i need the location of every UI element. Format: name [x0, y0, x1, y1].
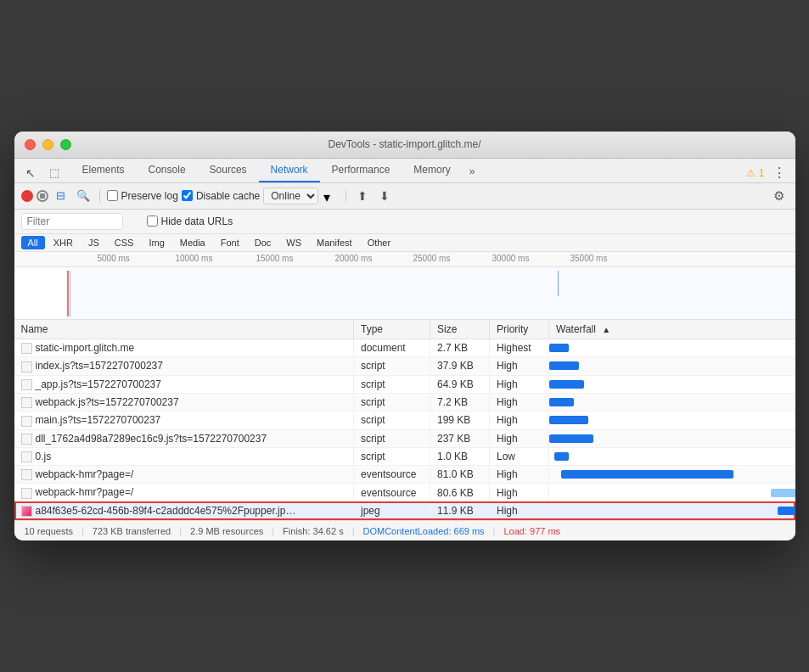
table-row[interactable]: dll_1762a4d98a7289ec16c9.js?ts=157227070… — [14, 429, 795, 447]
table-row[interactable]: webpack-hmr?page=/eventsource81.0 KBHigh — [14, 466, 795, 484]
cell-size: 237 KB — [430, 429, 490, 447]
cell-waterfall — [549, 375, 795, 393]
network-table: Name Type Size Priority Waterfall ▲ stat… — [14, 320, 795, 520]
waterfall-bar — [549, 361, 579, 370]
col-name[interactable]: Name — [14, 320, 354, 339]
settings-icon[interactable]: ⚙ — [770, 187, 789, 205]
filter-xhr[interactable]: XHR — [47, 236, 80, 249]
tab-memory[interactable]: Memory — [402, 159, 462, 182]
filter-font[interactable]: Font — [214, 236, 246, 249]
table-row[interactable]: index.js?ts=1572270700237script37.9 KBHi… — [14, 357, 795, 375]
requests-count: 10 requests — [25, 526, 73, 536]
divider-2 — [346, 189, 346, 203]
hide-data-urls-checkbox[interactable] — [147, 216, 158, 227]
cell-name: index.js?ts=1572270700237 — [14, 357, 354, 375]
cell-type: script — [354, 375, 430, 393]
hide-data-urls-label[interactable]: Hide data URLs — [147, 216, 233, 227]
tab-console[interactable]: Console — [137, 159, 198, 182]
preserve-log-checkbox-label[interactable]: Preserve log — [107, 190, 178, 202]
table-row[interactable]: main.js?ts=1572270700237script199 KBHigh — [14, 412, 795, 429]
load-time: Load: 977 ms — [503, 526, 560, 536]
tick-15000: 15000 ms — [256, 254, 294, 263]
cell-priority: High — [490, 375, 549, 393]
tick-30000: 30000 ms — [492, 254, 530, 263]
col-waterfall[interactable]: Waterfall ▲ — [549, 320, 795, 339]
col-priority[interactable]: Priority — [490, 320, 549, 339]
preserve-log-checkbox[interactable] — [107, 190, 118, 201]
tab-network[interactable]: Network — [259, 159, 320, 182]
stop-button[interactable] — [37, 190, 48, 202]
filter-media[interactable]: Media — [173, 236, 212, 249]
cell-size: 80.6 KB — [430, 484, 490, 501]
filter-img[interactable]: Img — [142, 236, 171, 249]
minimize-button[interactable] — [42, 139, 53, 150]
cell-priority: High — [490, 412, 549, 429]
cell-waterfall — [549, 501, 795, 519]
file-icon — [21, 469, 32, 480]
import-icon[interactable]: ⬆ — [353, 187, 372, 205]
filter-manifest[interactable]: Manifest — [310, 236, 359, 249]
cell-name: 0.js — [14, 447, 354, 465]
col-type[interactable]: Type — [354, 320, 430, 339]
filter-doc[interactable]: Doc — [248, 236, 278, 249]
cell-waterfall — [549, 339, 795, 356]
filter-all[interactable]: All — [21, 236, 45, 249]
cell-name-text: webpack-hmr?page=/ — [36, 486, 134, 498]
cell-name-text: static-import.glitch.me — [36, 342, 135, 354]
cell-waterfall — [549, 357, 795, 375]
close-button[interactable] — [25, 139, 36, 150]
throttle-select[interactable]: Online — [263, 188, 318, 204]
cell-priority: Highest — [490, 339, 549, 356]
title-bar: DevTools - static-import.glitch.me/ — [14, 132, 795, 159]
cell-priority: Low — [490, 447, 549, 465]
col-size[interactable]: Size — [430, 320, 490, 339]
tick-20000: 20000 ms — [335, 254, 373, 263]
search-icon[interactable]: 🔍 — [74, 187, 93, 205]
filter-js[interactable]: JS — [81, 236, 106, 249]
inspect-icon[interactable]: ⬚ — [45, 164, 64, 182]
warning-icon: ⚠ — [746, 167, 756, 179]
cell-type: script — [354, 357, 430, 375]
filter-ws[interactable]: WS — [279, 236, 308, 249]
cursor-icon[interactable]: ↖ — [21, 164, 40, 182]
filter-type-bar: All XHR JS CSS Img Media Font Doc WS Man… — [14, 234, 795, 252]
record-button[interactable] — [21, 190, 33, 202]
tick-35000: 35000 ms — [570, 254, 608, 263]
disable-cache-checkbox[interactable] — [182, 190, 193, 201]
file-icon — [21, 506, 32, 517]
filter-other[interactable]: Other — [361, 236, 398, 249]
disable-cache-checkbox-label[interactable]: Disable cache — [182, 190, 260, 202]
timeline-highlight — [65, 267, 795, 320]
cell-name-text: 0.js — [36, 451, 52, 462]
cell-waterfall — [549, 484, 795, 501]
more-tabs-button[interactable]: » — [463, 160, 482, 182]
cell-priority: High — [490, 501, 549, 519]
table-row[interactable]: webpack-hmr?page=/eventsource80.6 KBHigh — [14, 484, 795, 501]
table-row[interactable]: _app.js?ts=1572270700237script64.9 KBHig… — [14, 375, 795, 393]
throttle-dropdown-icon[interactable]: ▾ — [323, 189, 337, 203]
cell-priority: High — [490, 466, 549, 484]
waterfall-bar — [561, 470, 733, 479]
filter-css[interactable]: CSS — [108, 236, 141, 249]
more-options-icon[interactable]: ⋮ — [770, 164, 789, 182]
cell-waterfall — [549, 412, 795, 429]
maximize-button[interactable] — [60, 139, 71, 150]
table-row[interactable]: a84f63e5-62cd-456b-89f4-c2adddc4e575%2Fp… — [14, 501, 795, 519]
tick-5000: 5000 ms — [98, 254, 130, 263]
cell-name: dll_1762a4d98a7289ec16c9.js?ts=157227070… — [14, 429, 354, 447]
window-controls — [25, 139, 71, 150]
finish-time: Finish: 34.62 s — [283, 526, 344, 536]
filter-input[interactable] — [21, 213, 123, 230]
table-row[interactable]: 0.jsscript1.0 KBLow — [14, 447, 795, 465]
filter-icon[interactable]: ⊟ — [52, 187, 70, 205]
table-row[interactable]: webpack.js?ts=1572270700237script7.2 KBH… — [14, 393, 795, 411]
sort-arrow: ▲ — [602, 325, 610, 334]
export-icon[interactable]: ⬇ — [375, 187, 394, 205]
cell-type: document — [354, 339, 430, 356]
waterfall-bar — [549, 380, 584, 389]
tab-elements[interactable]: Elements — [70, 159, 137, 182]
resources-size: 2.9 MB resources — [190, 526, 263, 536]
tab-performance[interactable]: Performance — [320, 159, 402, 182]
tab-sources[interactable]: Sources — [198, 159, 259, 182]
table-row[interactable]: static-import.glitch.medocument2.7 KBHig… — [14, 339, 795, 356]
